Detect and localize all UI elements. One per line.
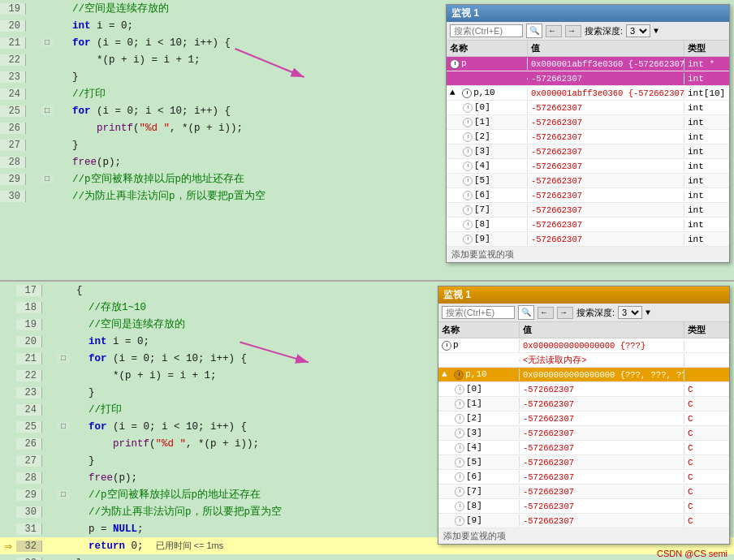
line-num-b17: 17 — [16, 285, 42, 296]
line-num-25: 25 — [0, 106, 26, 117]
add-watch-bottom[interactable]: 添加要监视的项 — [438, 528, 729, 544]
monitor-row-4-top: [4] -572662307 int — [447, 159, 729, 174]
monitor-row-b0: [0] -572662307 C — [438, 382, 729, 397]
monitor-name-p10-top: ▲ p,10 — [447, 87, 528, 98]
monitor-depth-select-top[interactable]: 3124 — [626, 24, 650, 37]
monitor-row-p-bottom[interactable]: p 0x0000000000000000 {???} — [438, 338, 729, 353]
monitor-name-p-top: p — [447, 58, 528, 69]
watch-icon-b1 — [455, 399, 464, 409]
expand-p10-top[interactable]: ▲ — [450, 88, 456, 97]
line-num-22: 22 — [0, 54, 26, 66]
monitor-value-p-top: 0x000001abff3e0360 {-572662307} — [528, 58, 684, 70]
watch-icon-b8 — [455, 502, 464, 511]
monitor-value-b4: -572662307 — [520, 442, 684, 454]
monitor-value-0-top: -572662307 — [528, 102, 684, 114]
monitor-type-3-top: int — [684, 146, 729, 157]
monitor-row-8-top: [8] -572662307 int — [447, 218, 729, 232]
monitor-depth-label-top: 搜索深度: — [585, 25, 623, 37]
line-num-19: 19 — [0, 3, 26, 15]
monitor-value-b3: -572662307 — [520, 428, 684, 439]
monitor-row-9-top: [9] -572662307 int — [447, 232, 729, 247]
expand-25[interactable]: □ — [41, 106, 54, 115]
monitor-titlebar-top: 监视 1 — [447, 5, 729, 22]
monitor-type-7-top: int — [684, 205, 729, 216]
line-num-26: 26 — [0, 123, 26, 134]
monitor-row-5-top: [5] -572662307 int — [447, 174, 729, 188]
monitor-type-p-sub-top: int — [684, 73, 729, 84]
monitor-name-b6: [6] — [438, 471, 520, 482]
watch-icon-b7 — [455, 487, 464, 497]
monitor-nav-fwd-bottom[interactable]: → — [557, 307, 573, 319]
line-num-b29: 29 — [16, 489, 42, 501]
watch-icon-5-top — [463, 176, 473, 186]
monitor-search-bottom[interactable] — [442, 306, 515, 319]
monitor-row-p-sub-top: -572662307 int — [447, 71, 729, 86]
code-content-b33: } — [70, 558, 734, 561]
line-num-b22: 22 — [16, 370, 42, 381]
monitor-panel-top: 监视 1 🔍 ← → 搜索深度: 3124 ▼ 名称 值 类型 p — [446, 4, 730, 263]
monitor-value-p-mem-bottom: <无法读取内存> — [520, 354, 684, 367]
watch-icon-p10-bottom — [454, 370, 464, 380]
monitor-search-icon-bottom[interactable]: 🔍 — [518, 305, 534, 320]
monitor-name-b9: [9] — [438, 515, 520, 526]
line-num-20: 20 — [0, 20, 26, 32]
monitor-name-b7: [7] — [438, 485, 520, 497]
monitor-row-0-top: [0] -572662307 int — [447, 101, 729, 115]
monitor-depth-dropdown-bottom[interactable]: ▼ — [645, 308, 650, 317]
monitor-type-5-top: int — [684, 175, 729, 187]
monitor-type-b4: C — [684, 442, 729, 454]
monitor-value-3-top: -572662307 — [528, 146, 684, 157]
expand-p10-bottom[interactable]: ▲ — [442, 369, 447, 379]
line-num-21: 21 — [0, 37, 26, 49]
monitor-panel-bottom: 监视 1 🔍 ← → 搜索深度: 3124 ▼ 名称 值 类型 p — [438, 286, 730, 545]
monitor-nav-back-bottom[interactable]: ← — [538, 307, 554, 319]
monitor-value-2-top: -572662307 — [528, 131, 684, 143]
monitor-value-p10-bottom: 0x0000000000000000 {???, ???, ???, ???, … — [520, 369, 684, 381]
monitor-type-b5: C — [684, 457, 729, 468]
monitor-col-name-top: 名称 — [447, 41, 528, 56]
monitor-search-icon-top[interactable]: 🔍 — [526, 24, 542, 38]
monitor-name-b4: [4] — [438, 442, 520, 453]
monitor-name-b1: [1] — [438, 398, 520, 409]
monitor-row-b5: [5] -572662307 C — [438, 455, 729, 470]
expand-b29[interactable]: □ — [57, 490, 70, 499]
expand-b25[interactable]: □ — [57, 422, 70, 431]
monitor-search-top[interactable] — [450, 24, 523, 37]
monitor-depth-select-bottom[interactable]: 3124 — [618, 306, 642, 319]
line-num-b24: 24 — [16, 404, 42, 416]
monitor-row-b9: [9] -572662307 C — [438, 514, 729, 528]
monitor-type-p-mem-bottom — [684, 360, 729, 361]
monitor-type-8-top: int — [684, 219, 729, 230]
monitor-depth-dropdown-top[interactable]: ▼ — [654, 27, 658, 36]
monitor-header-top: 名称 值 类型 — [447, 41, 729, 57]
line-num-24: 24 — [0, 88, 26, 100]
monitor-col-value-bottom: 值 — [520, 322, 684, 338]
watch-icon-b3 — [455, 429, 464, 438]
expand-21[interactable]: □ — [41, 38, 54, 47]
monitor-name-6-top: [6] — [447, 189, 528, 200]
monitor-nav-back-top[interactable]: ← — [546, 25, 562, 37]
monitor-nav-fwd-top[interactable]: → — [565, 25, 581, 37]
arrow-indicator-b32: ⇒ — [0, 538, 16, 554]
monitor-value-b2: -572662307 — [520, 413, 684, 424]
monitor-row-b8: [8] -572662307 C — [438, 499, 729, 514]
expand-29[interactable]: □ — [41, 174, 54, 183]
monitor-row-1-top: [1] -572662307 int — [447, 115, 729, 130]
monitor-row-p10-bottom[interactable]: ▲ p,10 0x0000000000000000 {???, ???, ???… — [438, 368, 729, 382]
monitor-row-p10-top[interactable]: ▲ p,10 0x000001abff3e0360 {-572662307, -… — [447, 86, 729, 101]
add-watch-top[interactable]: 添加要监视的项 — [447, 247, 729, 262]
monitor-value-1-top: -572662307 — [528, 117, 684, 128]
monitor-type-p10-bottom — [684, 374, 729, 376]
monitor-row-6-top: [6] -572662307 int — [447, 188, 729, 203]
monitor-name-p-sub-top — [447, 78, 528, 80]
monitor-type-p-bottom — [684, 345, 729, 347]
monitor-row-p-top[interactable]: p 0x000001abff3e0360 {-572662307} int * — [447, 57, 729, 71]
monitor-row-b6: [6] -572662307 C — [438, 470, 729, 485]
monitor-type-b9: C — [684, 515, 729, 527]
line-num-28: 28 — [0, 157, 26, 168]
watch-icon-0-top — [463, 103, 473, 113]
line-num-b32: 32 — [16, 541, 42, 552]
expand-b21[interactable]: □ — [57, 354, 70, 363]
watch-icon-2-top — [463, 132, 473, 142]
monitor-type-4-top: int — [684, 161, 729, 172]
